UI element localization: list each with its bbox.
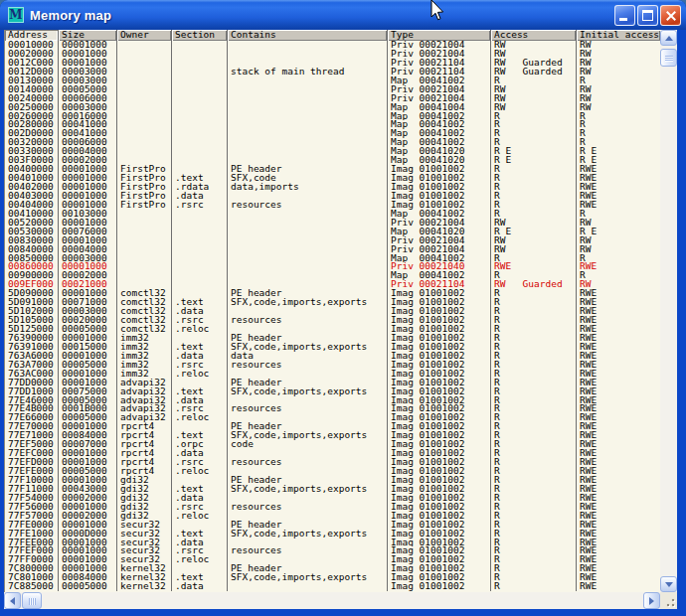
table-row[interactable]: 0041000000103000Map 00041002RR	[5, 210, 660, 219]
cell-owner: gdi32	[117, 503, 172, 512]
table-row[interactable]: 7C88500000005000kernel32.dataImag 010010…	[5, 582, 660, 591]
table-row[interactable]: 0013000000003000Map 00041002RR	[5, 77, 660, 85]
vertical-scrollbar-thumb[interactable]	[660, 49, 677, 67]
column-header-size[interactable]: Size	[59, 30, 117, 41]
table-row[interactable]: 77FEE00000001000secur32.dataImag 0100100…	[5, 539, 660, 547]
title-bar[interactable]: M Memory map	[0, 0, 686, 30]
minimize-button[interactable]	[614, 5, 635, 26]
table-row[interactable]: 0052000000001000Priv 00021004RWRW	[5, 219, 660, 228]
table-row[interactable]: 0083000000001000Priv 00021004RWRW	[5, 236, 660, 245]
cell-address: 77F11000	[5, 485, 59, 494]
table-row[interactable]: 0084000000004000Priv 00021004RWRW	[5, 245, 660, 254]
cell-initial-access: RWE	[577, 379, 660, 387]
table-row[interactable]: 009EF00000021000Priv 00021104RW GuardedR…	[5, 280, 660, 289]
table-row[interactable]: 77FE10000000D000secur32.textSFX,code,imp…	[5, 530, 660, 539]
table-row[interactable]: 0086000000001000Priv 00021040RWERWE	[5, 262, 660, 271]
column-header-owner[interactable]: Owner	[117, 30, 172, 41]
table-row[interactable]: 77F5700000002000gdi32.relocImag 01001002…	[5, 512, 660, 521]
table-row[interactable]: 5D09000000001000comctl32PE headerImag 01…	[5, 289, 660, 298]
table-row[interactable]: 77DD100000075000advapi32.textSFX,code,im…	[5, 387, 660, 396]
scroll-up-button[interactable]	[660, 30, 677, 46]
cell-address: 00260000	[5, 112, 59, 121]
cell-contains	[228, 467, 388, 476]
cell-section: .rdata	[172, 183, 228, 192]
column-header-type[interactable]: Type	[388, 30, 491, 41]
column-header-address[interactable]: Address	[5, 30, 59, 41]
table-row[interactable]: 77F5600000001000gdi32.rsrcresourcesImag …	[5, 503, 660, 512]
table-row[interactable]: 0002000000001000Priv 00021004RWRW	[5, 50, 660, 59]
table-row[interactable]: 77FEF00000001000secur32.rsrcresourcesIma…	[5, 546, 660, 555]
cell-owner	[117, 129, 172, 138]
cell-owner	[117, 228, 172, 236]
table-row[interactable]: 0028000000041000Map 00041002RR	[5, 120, 660, 129]
table-row[interactable]: 0014000000005000Priv 00021004RWRW	[5, 85, 660, 94]
table-row[interactable]: 002D000000041000Map 00041002RR	[5, 129, 660, 138]
memory-map-app-icon[interactable]: M	[8, 7, 24, 23]
table-row[interactable]: 77E7000000001000rpcrt4PE headerImag 0100…	[5, 422, 660, 431]
table-row[interactable]: 77EF500000007000rpcrt4.orpccodeImag 0100…	[5, 440, 660, 449]
table-row[interactable]: 77FF000000001000secur32.relocImag 010010…	[5, 555, 660, 564]
column-header-initial-access[interactable]: Initial access	[577, 30, 660, 41]
table-row[interactable]: 77EFE00000005000rpcrt4.relocImag 0100100…	[5, 467, 660, 476]
table-row[interactable]: 77EFC00000001000rpcrt4.dataImag 01001002…	[5, 449, 660, 458]
table-row[interactable]: 77E7100000084000rpcrt4.textSFX,code,impo…	[5, 431, 660, 440]
table-row[interactable]: 0040100000001000FirstPro.textSFX,codeIma…	[5, 174, 660, 183]
table-row[interactable]: 763A700000005000imm32.rsrcresourcesImag …	[5, 361, 660, 370]
table-row[interactable]: 0026000000016000Map 00041002RR	[5, 112, 660, 121]
cell-initial-access: RWE	[577, 539, 660, 547]
table-row[interactable]: 0012D00000003000stack of main threadPriv…	[5, 68, 660, 77]
table-row[interactable]: 003F000000002000Map 00041020R ER E	[5, 156, 660, 165]
table-row[interactable]: 77F1000000001000gdi32PE headerImag 01001…	[5, 476, 660, 485]
scroll-right-button[interactable]	[643, 592, 660, 609]
cell-initial-access: RWE	[577, 289, 660, 298]
table-row[interactable]: 5D09100000071000comctl32.textSFX,code,im…	[5, 298, 660, 307]
scroll-down-button[interactable]	[660, 576, 677, 592]
table-row[interactable]: 7639100000015000imm32.textSFX,code,impor…	[5, 343, 660, 352]
table-row[interactable]: 0053000000076000Map 00041020R ER E	[5, 228, 660, 236]
maximize-button[interactable]	[637, 5, 658, 26]
memory-map-window: M Memory map Address Size Owner Section …	[0, 0, 686, 616]
table-row[interactable]: 77F5400000002000gdi32.dataImag 01001002R…	[5, 494, 660, 503]
table-row[interactable]: 0090000000002000Map 00041002RR	[5, 271, 660, 280]
table-row[interactable]: 0085000000003000Map 00041002RR	[5, 254, 660, 263]
table-row[interactable]: 0024000000006000Priv 00021004RWRW	[5, 94, 660, 103]
horizontal-scrollbar[interactable]	[4, 592, 660, 609]
table-row[interactable]: 77DD000000001000advapi32PE headerImag 01…	[5, 379, 660, 387]
cell-address: 0012C000	[5, 59, 59, 68]
scroll-left-button[interactable]	[4, 592, 21, 609]
table-row[interactable]: 77E4B0000001B000advapi32.rsrcresourcesIm…	[5, 404, 660, 413]
table-row[interactable]: 763AC00000001000imm32.relocImag 01001002…	[5, 370, 660, 379]
table-row[interactable]: 5D10200000003000comctl32.dataImag 010010…	[5, 307, 660, 316]
table-row[interactable]: 7C80100000084000kernel32.textSFX,code,im…	[5, 573, 660, 582]
cell-contains: resources	[228, 458, 388, 467]
table-row[interactable]: 0040000000001000FirstProPE headerImag 01…	[5, 165, 660, 174]
table-row[interactable]: 0012C00000001000Priv 00021104RW GuardedR…	[5, 59, 660, 68]
cell-section	[172, 138, 228, 147]
column-header-access[interactable]: Access	[491, 30, 577, 41]
table-row[interactable]: 77E6600000005000advapi32.relocImag 01001…	[5, 413, 660, 422]
cell-type: Map 00041002	[388, 120, 491, 129]
table-row[interactable]: 0040300000001000FirstPro.dataImag 010010…	[5, 192, 660, 201]
table-row[interactable]: 5D12500000005000comctl32.relocImag 01001…	[5, 325, 660, 334]
resize-grip[interactable]	[660, 592, 677, 609]
table-row[interactable]: 7C80000000001000kernel32PE headerImag 01…	[5, 564, 660, 573]
horizontal-scrollbar-thumb[interactable]	[22, 592, 42, 609]
table-row[interactable]: 7639000000001000imm32PE headerImag 01001…	[5, 334, 660, 343]
table-row[interactable]: 0040400000001000FirstPro.rsrcresourcesIm…	[5, 201, 660, 210]
table-row[interactable]: 763A600000001000imm32.datadataImag 01001…	[5, 352, 660, 361]
table-row[interactable]: 0025000000003000Map 00041004RWRW	[5, 103, 660, 112]
table-row[interactable]: 0040200000001000FirstPro.rdatadata,impor…	[5, 183, 660, 192]
table-row[interactable]: 77E4600000005000advapi32.dataImag 010010…	[5, 396, 660, 405]
table-row[interactable]: 5D10500000020000comctl32.rsrcresourcesIm…	[5, 316, 660, 325]
column-header-section[interactable]: Section	[172, 30, 228, 41]
table-row[interactable]: 0032000000006000Map 00041002RR	[5, 138, 660, 147]
table-row[interactable]: 77FE000000001000secur32PE headerImag 010…	[5, 521, 660, 530]
table-row[interactable]: 77EFD00000001000rpcrt4.rsrcresourcesImag…	[5, 458, 660, 467]
table-row[interactable]: 0001000000001000Priv 00021004RWRW	[5, 41, 660, 50]
column-header-contains[interactable]: Contains	[228, 30, 388, 41]
table-row[interactable]: 0033000000004000Map 00041020R ER E	[5, 147, 660, 156]
cell-address: 77FEF000	[5, 546, 59, 555]
close-button[interactable]	[660, 5, 681, 26]
table-row[interactable]: 77F1100000043000gdi32.textSFX,code,impor…	[5, 485, 660, 494]
vertical-scrollbar[interactable]	[660, 30, 677, 592]
